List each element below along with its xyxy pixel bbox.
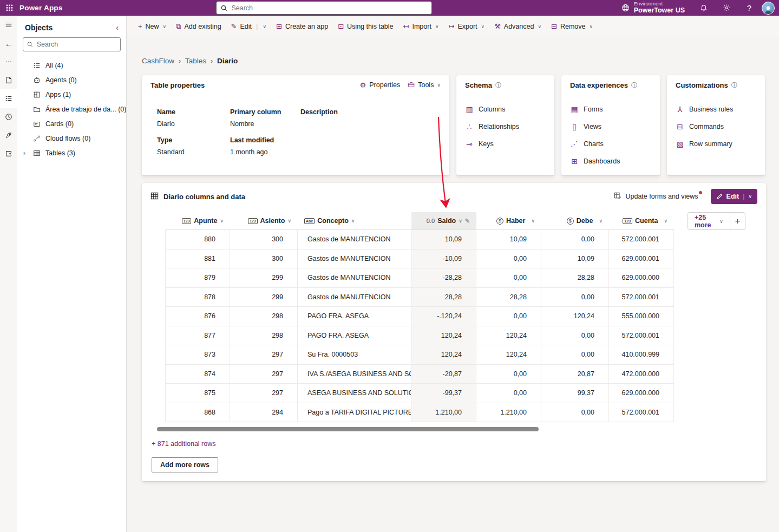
data-experience-link[interactable]: ⊞ Dashboards	[570, 153, 660, 170]
data-experience-link[interactable]: ⋰ Charts	[570, 135, 660, 153]
chevron-down-icon[interactable]: ∨	[531, 218, 535, 224]
cell-asiento[interactable]: 299	[230, 288, 298, 307]
rail-history-icon[interactable]	[0, 108, 17, 126]
table-row[interactable]: 881 300 Gastos de MANUTENCION -10,09 0,0…	[165, 249, 674, 269]
user-avatar[interactable]	[762, 2, 775, 15]
cell-saldo[interactable]: -20,87	[411, 365, 476, 384]
cell-cuenta[interactable]: 410.000.999	[609, 345, 674, 364]
global-search[interactable]	[216, 1, 432, 15]
breadcrumb-tables[interactable]: Tables	[185, 57, 206, 65]
cell-asiento[interactable]: 297	[230, 365, 298, 384]
collapse-panel-icon[interactable]: ‹	[116, 23, 119, 32]
import-button[interactable]: ↤Import∨	[398, 18, 444, 35]
help-icon[interactable]: ?	[738, 0, 761, 16]
chevron-down-icon[interactable]: ∨	[351, 218, 355, 224]
sidebar-item-apps[interactable]: Apps (1)	[17, 87, 126, 102]
cell-asiento[interactable]: 297	[230, 384, 298, 403]
sidebar-item-cloud-flows[interactable]: Cloud flows (0)	[17, 131, 126, 146]
cell-cuenta[interactable]: 472.000.000	[609, 365, 674, 384]
chevron-down-icon[interactable]: ∨	[220, 218, 224, 224]
cell-apunte[interactable]: 875	[165, 384, 230, 403]
cell-haber[interactable]: 0,00	[476, 249, 541, 268]
sidebar-item-tables[interactable]: › Tables (3)	[17, 146, 126, 160]
cell-apunte[interactable]: 874	[165, 365, 230, 384]
export-button[interactable]: ↦Export∨	[444, 18, 490, 35]
table-row[interactable]: 877 298 PAGO FRA. ASEGA 120,24 120,24 0,…	[165, 326, 674, 346]
cell-cuenta[interactable]: 572.000.001	[609, 288, 674, 307]
info-icon[interactable]: ⓘ	[631, 81, 637, 89]
customization-link[interactable]: ⅄ Business rules	[676, 101, 765, 118]
rail-objects-icon[interactable]	[0, 89, 17, 108]
info-icon[interactable]: ⓘ	[731, 81, 737, 89]
rail-more-icon[interactable]: ⋯	[0, 52, 17, 71]
cell-concepto[interactable]: PAGO FRA. ASEGA	[298, 326, 411, 345]
cell-concepto[interactable]: Su Fra. 0000503	[298, 345, 411, 364]
rail-pages-icon[interactable]	[0, 71, 17, 89]
cell-debe[interactable]: 0,00	[541, 345, 609, 364]
sidebar-item-all[interactable]: All (4)	[17, 58, 126, 73]
data-experience-link[interactable]: ▯ Views	[570, 118, 660, 135]
environment-picker[interactable]: Environment PowerTower US	[614, 0, 692, 16]
table-row[interactable]: 873 297 Su Fra. 0000503 120,24 120,24 0,…	[165, 345, 674, 365]
cell-haber[interactable]: 120,24	[476, 345, 541, 364]
column-header-haber[interactable]: $Haber∨	[476, 212, 541, 229]
waffle-menu-icon[interactable]	[0, 0, 18, 16]
cell-debe[interactable]: 0,00	[541, 403, 609, 422]
add-more-rows-button[interactable]: Add more rows	[152, 457, 218, 472]
cell-debe[interactable]: 120,24	[541, 307, 609, 326]
cell-asiento[interactable]: 300	[230, 249, 298, 268]
expand-chevron-icon[interactable]: ›	[23, 149, 25, 157]
additional-rows-link[interactable]: + 871 additional rows	[152, 440, 215, 448]
chevron-down-icon[interactable]: ∨	[263, 24, 266, 29]
cell-cuenta[interactable]: 572.000.001	[609, 230, 674, 249]
chevron-down-icon[interactable]: ∨	[599, 218, 603, 224]
column-header-cuenta[interactable]: 123Cuenta∨	[609, 212, 674, 229]
cell-asiento[interactable]: 298	[230, 307, 298, 326]
cell-debe[interactable]: 10,09	[541, 249, 609, 268]
global-search-input[interactable]	[231, 4, 427, 12]
cell-apunte[interactable]: 879	[165, 268, 230, 287]
update-forms-views-button[interactable]: Update forms and views	[614, 192, 702, 201]
remove-button[interactable]: ⊟Remove∨	[546, 18, 598, 35]
schema-link[interactable]: ▥ Columns	[465, 101, 554, 118]
cell-haber[interactable]: 0,00	[476, 384, 541, 403]
cell-saldo[interactable]: 28,28	[411, 288, 476, 307]
using-this-table-button[interactable]: ⊡Using this table	[333, 18, 398, 35]
table-row[interactable]: 878 299 Gastos de MANUTENCION 28,28 28,2…	[165, 288, 674, 307]
sidebar-item-workarea[interactable]: Área de trabajo de da... (0)	[17, 102, 126, 116]
data-experience-link[interactable]: ▤ Forms	[570, 101, 660, 118]
cell-debe[interactable]: 0,00	[541, 288, 609, 307]
chevron-down-icon[interactable]: ∨	[664, 218, 667, 224]
cell-apunte[interactable]: 881	[165, 249, 230, 268]
customization-link[interactable]: ⊟ Commands	[676, 118, 765, 135]
cell-saldo[interactable]: 120,24	[411, 326, 476, 345]
cell-haber[interactable]: 120,24	[476, 326, 541, 345]
cell-cuenta[interactable]: 572.000.001	[609, 326, 674, 345]
cell-asiento[interactable]: 297	[230, 345, 298, 364]
cell-debe[interactable]: 99,37	[541, 384, 609, 403]
column-header-debe[interactable]: $Debe∨	[541, 212, 609, 229]
notifications-bell-icon[interactable]	[692, 0, 715, 16]
cell-concepto[interactable]: PAGO FRA. ASEGA	[298, 307, 411, 326]
properties-button[interactable]: ⚙Properties	[360, 81, 401, 89]
cell-asiento[interactable]: 299	[230, 268, 298, 287]
add-existing-button[interactable]: ⧉Add existing	[171, 18, 226, 35]
sidebar-item-agents[interactable]: Agents (0)	[17, 73, 126, 87]
rail-back-icon[interactable]: ←	[0, 34, 17, 52]
cell-apunte[interactable]: 876	[165, 307, 230, 326]
tools-button[interactable]: Tools∨	[408, 81, 441, 89]
schema-link[interactable]: ⊸ Keys	[465, 135, 554, 153]
table-row[interactable]: 879 299 Gastos de MANUTENCION -28,28 0,0…	[165, 268, 674, 288]
advanced-button[interactable]: ⚒Advanced∨	[489, 18, 546, 35]
create-an-app-button[interactable]: ⊞Create an app	[271, 18, 333, 35]
table-row[interactable]: 880 300 Gastos de MANUTENCION 10,09 10,0…	[165, 230, 674, 249]
cell-apunte[interactable]: 873	[165, 345, 230, 364]
cell-asiento[interactable]: 298	[230, 326, 298, 345]
cell-saldo[interactable]: 1.210,00	[411, 403, 476, 422]
edit-data-button[interactable]: Edit | ∨	[711, 189, 757, 204]
add-column-button[interactable]: +	[730, 213, 745, 229]
cell-debe[interactable]: 0,00	[541, 230, 609, 249]
cell-asiento[interactable]: 294	[230, 403, 298, 422]
cell-concepto[interactable]: Pago a TARIFA DIGITAL PICTURE	[298, 403, 411, 422]
rail-rocket-icon[interactable]	[0, 126, 17, 145]
